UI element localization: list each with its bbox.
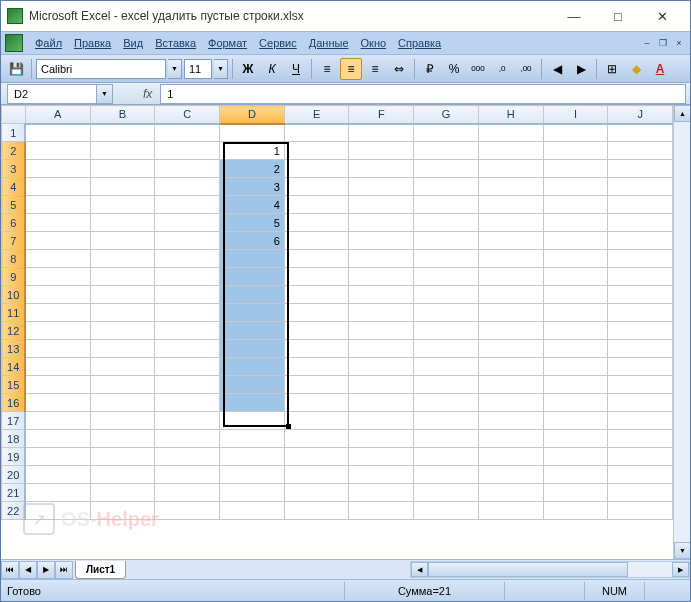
- cell-J4[interactable]: [608, 178, 673, 196]
- cell-E22[interactable]: [284, 502, 349, 520]
- row-header-2[interactable]: 2: [2, 142, 26, 160]
- row-header-18[interactable]: 18: [2, 430, 26, 448]
- row-header-1[interactable]: 1: [2, 124, 26, 142]
- col-header-B[interactable]: B: [90, 106, 155, 124]
- row-header-21[interactable]: 21: [2, 484, 26, 502]
- cell-E14[interactable]: [284, 358, 349, 376]
- cell-G7[interactable]: [414, 232, 479, 250]
- cell-G22[interactable]: [414, 502, 479, 520]
- cell-D18[interactable]: [220, 430, 285, 448]
- cell-G10[interactable]: [414, 286, 479, 304]
- cell-H8[interactable]: [478, 250, 543, 268]
- cell-E16[interactable]: [284, 394, 349, 412]
- menu-format[interactable]: Формат: [202, 34, 253, 52]
- row-header-10[interactable]: 10: [2, 286, 26, 304]
- cell-G21[interactable]: [414, 484, 479, 502]
- cell-G4[interactable]: [414, 178, 479, 196]
- cell-A13[interactable]: [25, 340, 90, 358]
- col-header-C[interactable]: C: [155, 106, 220, 124]
- currency-button[interactable]: ₽: [419, 58, 441, 80]
- cell-C16[interactable]: [155, 394, 220, 412]
- row-header-19[interactable]: 19: [2, 448, 26, 466]
- cell-E7[interactable]: [284, 232, 349, 250]
- indent-increase-button[interactable]: ▶: [570, 58, 592, 80]
- cell-C22[interactable]: [155, 502, 220, 520]
- cell-J15[interactable]: [608, 376, 673, 394]
- cell-B3[interactable]: [90, 160, 155, 178]
- cell-E15[interactable]: [284, 376, 349, 394]
- cell-D7[interactable]: 6: [220, 232, 285, 250]
- row-header-14[interactable]: 14: [2, 358, 26, 376]
- cell-C6[interactable]: [155, 214, 220, 232]
- row-header-17[interactable]: 17: [2, 412, 26, 430]
- cell-F11[interactable]: [349, 304, 414, 322]
- row-header-22[interactable]: 22: [2, 502, 26, 520]
- cell-A9[interactable]: [25, 268, 90, 286]
- cell-H6[interactable]: [478, 214, 543, 232]
- cell-J7[interactable]: [608, 232, 673, 250]
- cell-E8[interactable]: [284, 250, 349, 268]
- cell-B2[interactable]: [90, 142, 155, 160]
- cell-E1[interactable]: [284, 124, 349, 142]
- cell-A4[interactable]: [25, 178, 90, 196]
- col-header-F[interactable]: F: [349, 106, 414, 124]
- cell-I17[interactable]: [543, 412, 608, 430]
- status-sum[interactable]: Сумма=21: [344, 582, 504, 600]
- close-button[interactable]: ✕: [640, 5, 684, 27]
- cell-H11[interactable]: [478, 304, 543, 322]
- cell-H1[interactable]: [478, 124, 543, 142]
- font-size-dropdown[interactable]: ▼: [214, 59, 228, 79]
- cell-C17[interactable]: [155, 412, 220, 430]
- cell-E20[interactable]: [284, 466, 349, 484]
- name-box[interactable]: D2: [7, 84, 97, 104]
- scroll-right-button[interactable]: ▶: [672, 562, 689, 577]
- cell-D6[interactable]: 5: [220, 214, 285, 232]
- cell-H20[interactable]: [478, 466, 543, 484]
- col-header-A[interactable]: A: [25, 106, 90, 124]
- scroll-up-button[interactable]: ▲: [674, 105, 690, 122]
- cell-I15[interactable]: [543, 376, 608, 394]
- cell-A22[interactable]: [25, 502, 90, 520]
- menu-insert[interactable]: Вставка: [149, 34, 202, 52]
- cell-E10[interactable]: [284, 286, 349, 304]
- cell-D22[interactable]: [220, 502, 285, 520]
- cell-I2[interactable]: [543, 142, 608, 160]
- cell-G9[interactable]: [414, 268, 479, 286]
- row-header-13[interactable]: 13: [2, 340, 26, 358]
- cell-I1[interactable]: [543, 124, 608, 142]
- cell-C10[interactable]: [155, 286, 220, 304]
- row-header-11[interactable]: 11: [2, 304, 26, 322]
- maximize-button[interactable]: □: [596, 5, 640, 27]
- formula-input[interactable]: 1: [160, 84, 686, 104]
- save-button[interactable]: 💾: [5, 58, 27, 80]
- align-left-button[interactable]: ≡: [316, 58, 338, 80]
- cell-I12[interactable]: [543, 322, 608, 340]
- cell-F16[interactable]: [349, 394, 414, 412]
- row-header-15[interactable]: 15: [2, 376, 26, 394]
- scroll-down-button[interactable]: ▼: [674, 542, 690, 559]
- row-header-16[interactable]: 16: [2, 394, 26, 412]
- cell-E11[interactable]: [284, 304, 349, 322]
- tab-nav-prev[interactable]: ◀: [19, 561, 37, 579]
- cell-A8[interactable]: [25, 250, 90, 268]
- indent-decrease-button[interactable]: ◀: [546, 58, 568, 80]
- cell-D19[interactable]: [220, 448, 285, 466]
- cell-F14[interactable]: [349, 358, 414, 376]
- cell-F5[interactable]: [349, 196, 414, 214]
- cell-B7[interactable]: [90, 232, 155, 250]
- cell-B9[interactable]: [90, 268, 155, 286]
- cell-I10[interactable]: [543, 286, 608, 304]
- cell-J8[interactable]: [608, 250, 673, 268]
- cell-C13[interactable]: [155, 340, 220, 358]
- cell-C11[interactable]: [155, 304, 220, 322]
- cell-E13[interactable]: [284, 340, 349, 358]
- row-header-12[interactable]: 12: [2, 322, 26, 340]
- cell-G2[interactable]: [414, 142, 479, 160]
- cell-G14[interactable]: [414, 358, 479, 376]
- child-close-button[interactable]: ×: [672, 36, 686, 50]
- cell-C8[interactable]: [155, 250, 220, 268]
- cell-J11[interactable]: [608, 304, 673, 322]
- menu-edit[interactable]: Правка: [68, 34, 117, 52]
- borders-button[interactable]: ⊞: [601, 58, 623, 80]
- cell-C18[interactable]: [155, 430, 220, 448]
